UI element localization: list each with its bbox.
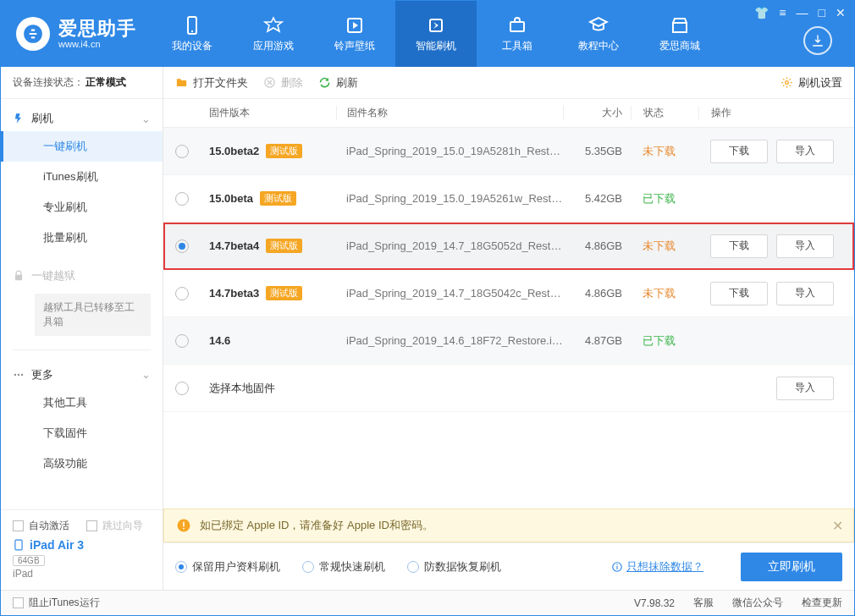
tutorial-icon — [588, 15, 609, 36]
sidebar-item-flash-3[interactable]: 批量刷机 — [1, 223, 163, 253]
table-row[interactable]: 14.7beta4测试版iPad_Spring_2019_14.7_18G505… — [163, 223, 854, 270]
statusbar: 阻止iTunes运行 V7.98.32 客服 微信公众号 检查更新 — [1, 590, 854, 615]
maximize-icon[interactable]: □ — [819, 6, 825, 19]
nav-device[interactable]: 我的设备 — [152, 1, 233, 67]
sidebar-head-jailbreak: 一键越狱 — [1, 263, 163, 289]
col-state: 状态 — [631, 106, 698, 120]
app-header: 爱思助手 www.i4.cn 我的设备应用游戏铃声壁纸智能刷机工具箱教程中心爱思… — [1, 1, 854, 67]
table-row-local[interactable]: 选择本地固件导入 — [163, 365, 854, 412]
firmware-size: 4.86GB — [563, 239, 631, 252]
sidebar-item-flash-2[interactable]: 专业刷机 — [1, 192, 163, 223]
top-nav: 我的设备应用游戏铃声壁纸智能刷机工具箱教程中心爱思商城 — [152, 1, 720, 67]
import-button[interactable]: 导入 — [776, 234, 834, 258]
jailbreak-note: 越狱工具已转移至工具箱 — [35, 294, 151, 336]
connection-label: 设备连接状态： — [13, 75, 84, 90]
svg-point-8 — [21, 373, 23, 375]
sidebar-head-more[interactable]: 更多 ⌄ — [1, 362, 163, 388]
sidebar-item-flash-0[interactable]: 一键刷机 — [1, 131, 163, 162]
download-button[interactable]: 下载 — [710, 234, 768, 258]
table-row[interactable]: 14.7beta3测试版iPad_Spring_2019_14.7_18G504… — [163, 270, 854, 317]
erase-data-link[interactable]: 只想抹除数据？ — [611, 559, 703, 575]
device-icon — [13, 539, 25, 551]
warning-icon — [176, 518, 191, 533]
firmware-size: 4.87GB — [563, 334, 631, 347]
import-button[interactable]: 导入 — [776, 140, 834, 163]
firmware-version: 14.7beta4 — [209, 239, 259, 252]
toolbar: 打开文件夹 删除 刷新 刷机设置 — [163, 67, 854, 99]
flash-now-button[interactable]: 立即刷机 — [741, 553, 842, 581]
wechat-link[interactable]: 微信公众号 — [732, 596, 783, 610]
sidebar-item-more-2[interactable]: 高级功能 — [1, 448, 163, 479]
notice-close-icon[interactable]: ✕ — [832, 518, 843, 534]
opt-keep-data[interactable]: 保留用户资料刷机 — [175, 559, 280, 575]
nav-rings[interactable]: 铃声壁纸 — [314, 1, 395, 67]
minimize-icon[interactable]: — — [797, 6, 808, 19]
brand-logo-icon — [16, 17, 50, 51]
block-itunes-label: 阻止iTunes运行 — [29, 596, 100, 610]
gear-icon — [781, 76, 793, 89]
firmware-name: iPad_Spring_2019_14.6_18F72_Restore.ipsw — [336, 334, 563, 347]
chevron-down-icon: ⌄ — [141, 113, 151, 125]
col-ops: 操作 — [698, 106, 842, 120]
close-icon[interactable]: ✕ — [836, 6, 846, 19]
beta-badge: 测试版 — [260, 191, 296, 206]
sidebar-item-more-0[interactable]: 其他工具 — [1, 388, 163, 418]
import-button[interactable]: 导入 — [776, 377, 834, 400]
row-radio[interactable] — [175, 334, 189, 348]
download-manager-button[interactable] — [803, 26, 832, 55]
info-icon — [611, 561, 623, 573]
svg-rect-9 — [15, 540, 22, 550]
firmware-size: 5.42GB — [563, 192, 631, 205]
nav-apps[interactable]: 应用游戏 — [233, 1, 314, 67]
sidebar-head-flash[interactable]: 刷机 ⌄ — [1, 106, 163, 131]
row-radio[interactable] — [175, 239, 189, 253]
flash-settings-button[interactable]: 刷机设置 — [781, 75, 842, 91]
firmware-table: 15.0beta2测试版iPad_Spring_2019_15.0_19A528… — [163, 128, 854, 509]
row-radio[interactable] — [175, 287, 189, 300]
nav-tutorial[interactable]: 教程中心 — [558, 1, 639, 67]
sidebar-item-flash-1[interactable]: iTunes刷机 — [1, 162, 163, 192]
firmware-state: 已下载 — [631, 191, 698, 206]
brand-url: www.i4.cn — [58, 39, 136, 49]
menu-icon[interactable]: ≡ — [779, 6, 786, 19]
service-link[interactable]: 客服 — [693, 596, 714, 610]
device-name[interactable]: iPad Air 3 — [13, 538, 151, 552]
refresh-button[interactable]: 刷新 — [318, 75, 358, 91]
open-folder-button[interactable]: 打开文件夹 — [175, 75, 248, 91]
block-itunes-checkbox[interactable] — [13, 597, 24, 608]
table-row[interactable]: 14.6iPad_Spring_2019_14.6_18F72_Restore.… — [163, 317, 854, 365]
row-radio[interactable] — [175, 192, 189, 206]
flash-icon — [426, 15, 446, 36]
table-row[interactable]: 15.0beta测试版iPad_Spring_2019_15.0_19A5261… — [163, 175, 854, 223]
skip-guide-checkbox[interactable] — [86, 520, 97, 531]
beta-badge: 测试版 — [266, 286, 302, 300]
row-radio[interactable] — [175, 145, 189, 158]
notice-text: 如已绑定 Apple ID，请准备好 Apple ID和密码。 — [200, 518, 433, 533]
device-storage-tag: 64GB — [13, 555, 45, 566]
flash-options: 保留用户资料刷机 常规快速刷机 防数据恢复刷机 只想抹除数据？ 立即刷机 — [163, 542, 854, 590]
rings-icon — [345, 15, 365, 36]
check-update-link[interactable]: 检查更新 — [802, 596, 842, 610]
beta-badge: 测试版 — [266, 144, 302, 158]
tools-icon — [507, 15, 527, 36]
download-button[interactable]: 下载 — [710, 282, 768, 305]
auto-activate-checkbox[interactable] — [13, 520, 24, 531]
shirt-icon[interactable]: 👕 — [754, 6, 769, 19]
opt-normal[interactable]: 常规快速刷机 — [302, 559, 385, 575]
svg-rect-14 — [183, 528, 185, 530]
svg-rect-17 — [616, 564, 617, 564]
firmware-size: 4.86GB — [563, 287, 631, 300]
store-icon — [670, 15, 690, 36]
nav-store[interactable]: 爱思商城 — [639, 1, 720, 67]
firmware-name: iPad_Spring_2019_14.7_18G5042c_Restore.i… — [336, 287, 563, 300]
nav-tools[interactable]: 工具箱 — [477, 1, 558, 67]
import-button[interactable]: 导入 — [776, 282, 834, 305]
auto-activate-label: 自动激活 — [29, 519, 69, 533]
table-row[interactable]: 15.0beta2测试版iPad_Spring_2019_15.0_19A528… — [163, 128, 854, 175]
nav-flash[interactable]: 智能刷机 — [395, 1, 477, 67]
download-button[interactable]: 下载 — [710, 140, 768, 163]
refresh-icon — [318, 76, 331, 89]
opt-antiloss[interactable]: 防数据恢复刷机 — [407, 559, 501, 575]
row-radio[interactable] — [175, 382, 189, 395]
sidebar-item-more-1[interactable]: 下载固件 — [1, 418, 163, 448]
